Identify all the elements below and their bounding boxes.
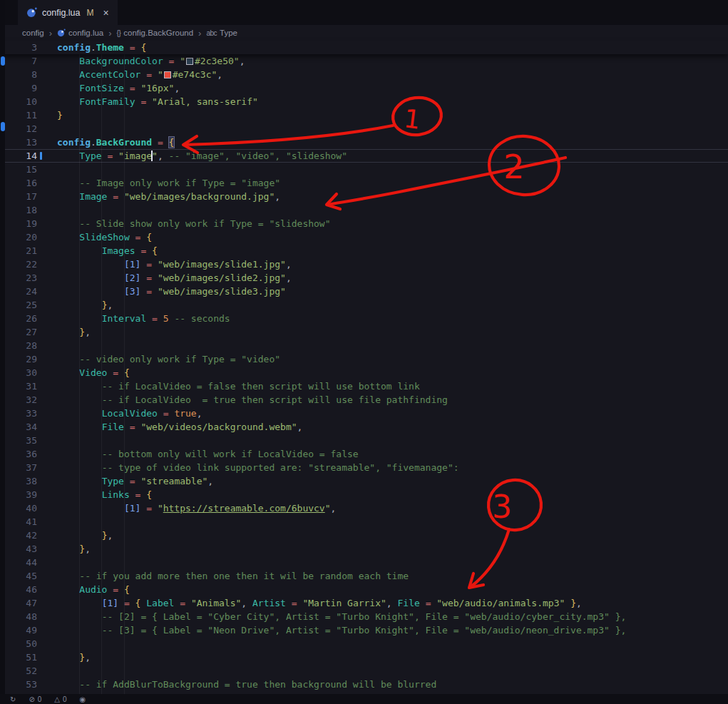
breadcrumb-symbol-object[interactable]: {} config.BackGround <box>117 29 194 37</box>
code-line-48[interactable]: 48 -- [2] = { Label = "Cyber City", Arti… <box>0 610 728 623</box>
code-line-37[interactable]: 37 -- type of video link supported are: … <box>0 461 728 474</box>
code-line-28[interactable]: 28 <box>0 339 728 352</box>
code-line-9[interactable]: 9 FontSize = "16px", <box>0 81 728 95</box>
code-token <box>158 408 163 419</box>
code-line-14[interactable]: 14 Type = "image", -- "image", "video", … <box>0 149 728 163</box>
code-token: , <box>174 83 180 93</box>
code-line-16[interactable]: 16 -- Image only work if Type = "image" <box>0 176 728 190</box>
code-token: , <box>286 259 292 270</box>
code-token: { <box>146 489 152 500</box>
code-token <box>247 598 252 608</box>
code-line-36[interactable]: 36 -- bottom only will work if LocalVide… <box>0 447 728 461</box>
code-line-25[interactable]: 25 }, <box>0 298 728 312</box>
breadcrumb-file[interactable]: config.lua <box>57 29 103 37</box>
code-line-10[interactable]: 10 FontFamily = "Arial, sans-serif" <box>0 95 728 108</box>
code-line-23[interactable]: 23 [2] = "web/images/slide2.jpg", <box>0 271 728 285</box>
line-number: 32 <box>0 393 37 407</box>
code-line-32[interactable]: 32 -- if LocalVideo = true then script w… <box>0 393 728 407</box>
color-swatch[interactable] <box>164 71 171 78</box>
code-token: -- Slide show only work if Type = "slide… <box>79 218 330 229</box>
code-token: -- video only work if Type = "video" <box>79 354 280 364</box>
code-line-49[interactable]: 49 -- [3] = { Label = "Neon Drive", Arti… <box>0 623 728 637</box>
code-token: , <box>158 151 163 161</box>
line-number: 11 <box>0 108 37 122</box>
code-line-27[interactable]: 27 }, <box>0 325 728 339</box>
code-line-26[interactable]: 26 Interval = 5 -- seconds <box>0 312 728 325</box>
code-line-17[interactable]: 17 Image = "web/images/background.jpg", <box>0 190 728 203</box>
error-count[interactable]: ⊘0 <box>29 695 41 703</box>
code-line-18[interactable]: 18 <box>0 203 728 217</box>
code-line-13[interactable]: 13config.BackGround = { <box>0 136 728 149</box>
code-token: Artist <box>252 598 286 608</box>
code-line-22[interactable]: 22 [1] = "web/images/slide1.jpg", <box>0 257 728 271</box>
code-line-12[interactable]: 12 <box>0 122 728 136</box>
code-editor[interactable]: 7 BackgroundColor = "#2c3e50",8 AccentCo… <box>0 54 728 704</box>
line-number: 29 <box>0 352 37 366</box>
code-token: "16px" <box>140 83 174 93</box>
code-line-20[interactable]: 20 SlideShow = { <box>0 230 728 244</box>
code-line-45[interactable]: 45 -- if you add more then one then it w… <box>0 569 728 583</box>
code-line-35[interactable]: 35 <box>0 434 728 447</box>
code-line-51[interactable]: 51 }, <box>0 651 728 664</box>
code-token <box>57 367 79 378</box>
code-line-30[interactable]: 30 Video = { <box>0 366 728 379</box>
code-line-43[interactable]: 43 }, <box>0 542 728 556</box>
code-line-39[interactable]: 39 Links = { <box>0 488 728 501</box>
code-token: Video <box>79 367 107 378</box>
code-token: LocalVideo <box>102 408 158 419</box>
sync-icon[interactable]: ↻ <box>10 695 16 703</box>
code-line-34[interactable]: 34 File = "web/videos/background.webm", <box>0 420 728 434</box>
broadcast-icon[interactable]: ◉ <box>80 695 86 703</box>
tab-close-icon[interactable]: × <box>103 7 109 19</box>
code-token: "streamable" <box>140 476 207 486</box>
code-line-47[interactable]: 47 [1] = { Label = "Animals", Artist = "… <box>0 596 728 610</box>
code-line-15[interactable]: 15 <box>0 163 728 176</box>
warning-count[interactable]: △0 <box>54 695 66 703</box>
code-line-41[interactable]: 41 <box>0 515 728 529</box>
color-swatch[interactable] <box>186 58 193 65</box>
code-line-40[interactable]: 40 [1] = "https://streamable.com/6buvcv"… <box>0 501 728 515</box>
code-token: , <box>275 191 280 202</box>
code-token: AccentColor <box>79 69 140 80</box>
chevron-right-icon: › <box>49 29 52 38</box>
code-token: , <box>85 327 91 337</box>
code-token: -- [3] = { Label = "Neon Drive", Artist … <box>102 625 627 636</box>
code-token <box>146 96 152 107</box>
line-number: 30 <box>0 366 37 379</box>
code-line-7[interactable]: 7 BackgroundColor = "#2c3e50", <box>0 54 728 68</box>
code-line-38[interactable]: 38 Type = "streamable", <box>0 474 728 488</box>
code-line-53[interactable]: 53 -- if AddBlurToBackground = true then… <box>0 678 728 691</box>
code-token: , <box>85 652 91 663</box>
code-line-33[interactable]: 33 LocalVideo = true, <box>0 407 728 420</box>
breadcrumb-folder[interactable]: config <box>22 29 44 37</box>
tab-config-lua[interactable]: config.lua M × <box>18 0 118 25</box>
code-token: } <box>57 110 63 121</box>
code-line-50[interactable]: 50 <box>0 637 728 651</box>
code-line-42[interactable]: 42 }, <box>0 529 728 542</box>
code-line-31[interactable]: 31 -- if LocalVideo = false then script … <box>0 379 728 393</box>
code-token <box>57 151 79 161</box>
code-line-11[interactable]: 11} <box>0 108 728 122</box>
line-number: 9 <box>0 81 37 95</box>
status-bar: ↻⊘0△0◉ <box>0 694 728 704</box>
sticky-scroll-line[interactable]: 3 config.Theme = { <box>0 41 728 54</box>
code-token: Label <box>146 598 174 608</box>
line-number: 42 <box>0 529 37 542</box>
code-line-46[interactable]: 46 Audio = { <box>0 583 728 596</box>
url-link[interactable]: https://streamable.com/6buvcv <box>163 503 325 514</box>
code-line-8[interactable]: 8 AccentColor = "#e74c3c", <box>0 68 728 81</box>
code-token: "web/images/background.jpg" <box>124 191 275 202</box>
code-token: true <box>174 408 196 419</box>
code-token <box>124 422 130 432</box>
code-line-24[interactable]: 24 [3] = "web/images/slide3.jpg" <box>0 285 728 298</box>
code-line-52[interactable]: 52 <box>0 664 728 678</box>
code-token: = <box>146 69 152 80</box>
code-line-44[interactable]: 44 <box>0 556 728 569</box>
breadcrumb-symbol-type[interactable]: abc Type <box>206 29 237 37</box>
code-line-19[interactable]: 19 -- Slide show only work if Type = "sl… <box>0 217 728 230</box>
code-line-21[interactable]: 21 Images = { <box>0 244 728 257</box>
code-token <box>163 56 169 66</box>
code-token <box>113 151 118 161</box>
code-line-29[interactable]: 29 -- video only work if Type = "video" <box>0 352 728 366</box>
code-token: . <box>91 137 96 148</box>
